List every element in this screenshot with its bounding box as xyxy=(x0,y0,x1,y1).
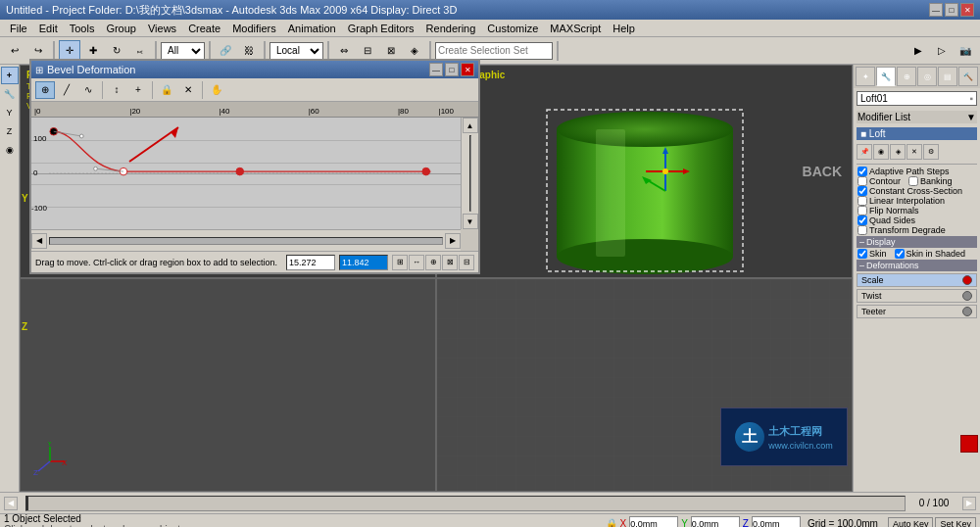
scroll-right-btn[interactable]: ▶ xyxy=(445,233,461,249)
create-tab[interactable]: ✦ xyxy=(856,67,875,86)
bevel-value1-input[interactable] xyxy=(286,255,335,270)
close-button[interactable]: ✕ xyxy=(960,3,974,17)
menu-group[interactable]: Group xyxy=(100,20,142,36)
x-coord-input[interactable] xyxy=(629,516,678,528)
viewport-bottom-left[interactable]: X Y Z xyxy=(20,278,436,492)
display-tab-rp[interactable]: ▤ xyxy=(938,67,957,86)
teeter-deformation-btn[interactable]: Teeter xyxy=(857,305,977,318)
modify-tab[interactable]: 🔧 xyxy=(876,67,896,86)
object-name-color-swatch[interactable]: ▪ xyxy=(969,93,973,104)
bevel-corner-tool[interactable]: ╱ xyxy=(57,81,76,99)
viewport-orthographic[interactable]: Orthographic BACK xyxy=(436,65,853,278)
menu-modifiers[interactable]: Modifiers xyxy=(226,20,282,36)
bevel-value2-input[interactable] xyxy=(339,255,388,270)
timeline-track[interactable] xyxy=(25,496,906,511)
display-tab[interactable]: ◉ xyxy=(1,141,19,159)
constant-cross-section-check[interactable] xyxy=(858,186,867,196)
bevel-move-tool[interactable]: ⊕ xyxy=(35,81,55,99)
motion-tab-rp[interactable]: ◎ xyxy=(917,67,937,86)
scroll-down-btn[interactable]: ▼ xyxy=(463,214,478,229)
named-selection-set-input[interactable] xyxy=(435,42,553,60)
axis-gizmo-bl: X Y Z xyxy=(30,442,70,481)
bevel-fit-icon[interactable]: ⊟ xyxy=(459,255,474,270)
bevel-bezier-tool[interactable]: ∿ xyxy=(78,81,98,99)
bevel-minimize-btn[interactable]: — xyxy=(429,63,443,76)
menu-animation[interactable]: Animation xyxy=(282,20,342,36)
z-coord-input[interactable] xyxy=(752,516,801,528)
menu-tools[interactable]: Tools xyxy=(64,20,101,36)
bevel-snap-icon[interactable]: ⊞ xyxy=(392,255,408,270)
bevel-graph-area[interactable]: |0 |20 |40 |60 |80 |100 100 0 -100 xyxy=(31,102,478,251)
menu-create[interactable]: Create xyxy=(182,20,226,36)
graph-scrollbar-bottom[interactable]: ◀ ▶ xyxy=(31,229,461,251)
twist-deformation-btn[interactable]: Twist xyxy=(857,289,977,303)
motion-tab[interactable]: Z xyxy=(1,122,19,140)
timeline-prev-btn[interactable]: ◀ xyxy=(4,497,18,510)
quad-sides-check[interactable] xyxy=(858,216,867,225)
bevel-insert-point[interactable]: + xyxy=(128,81,148,99)
modifier-list-dropdown[interactable]: Modifier List ▼ xyxy=(857,111,977,123)
camera-button[interactable]: 📷 xyxy=(955,40,976,62)
menu-views[interactable]: Views xyxy=(142,20,182,36)
bevel-lock-tool[interactable]: 🔒 xyxy=(157,81,176,99)
render-scene-button[interactable]: ▶ xyxy=(907,40,929,62)
object-name-field[interactable]: Loft01 ▪ xyxy=(857,91,977,106)
reference-coord-dropdown[interactable]: Local xyxy=(270,42,323,60)
hierarchy-tab-rp[interactable]: ⊕ xyxy=(897,67,916,86)
bevel-scale-tool[interactable]: ↕ xyxy=(107,81,126,99)
scroll-up-btn[interactable]: ▲ xyxy=(463,118,478,133)
menu-maxscript[interactable]: MAXScript xyxy=(544,20,607,36)
adaptive-path-steps-check[interactable] xyxy=(858,167,867,176)
all-dropdown[interactable]: All xyxy=(161,42,205,60)
flip-normals-check[interactable] xyxy=(858,206,867,216)
y-label: Y xyxy=(681,518,688,527)
app-title: Untitled - Project Folder: D:\我的文档\3dsma… xyxy=(6,3,929,18)
transform-degrade-check[interactable] xyxy=(858,225,867,235)
modifier-list-text: Modifier List xyxy=(858,112,910,122)
bevel-pan-tool[interactable]: ✋ xyxy=(207,81,226,99)
skin-check[interactable] xyxy=(858,249,867,259)
bevel-maximize-btn[interactable]: □ xyxy=(445,63,459,76)
banking-check[interactable] xyxy=(908,176,918,186)
bevel-dialog-titlebar[interactable]: ⊞ Bevel Deformation — □ ✕ xyxy=(31,61,478,78)
maximize-button[interactable]: □ xyxy=(945,3,958,17)
modifier-loft[interactable]: ■ Loft xyxy=(857,127,977,140)
contour-check[interactable] xyxy=(858,176,867,186)
red-indicator-square[interactable] xyxy=(960,435,978,453)
bevel-zoom-all-icon[interactable]: ⊠ xyxy=(442,255,458,270)
display-section-title[interactable]: – Display xyxy=(857,236,977,248)
remove-modifier-btn[interactable]: ✕ xyxy=(906,144,922,160)
quick-render-button[interactable]: ▷ xyxy=(931,40,953,62)
auto-key-button[interactable]: Auto Key xyxy=(888,517,934,528)
scroll-left-btn[interactable]: ◀ xyxy=(31,233,47,249)
pin-stack-btn[interactable]: 📌 xyxy=(857,144,872,160)
timeline: ◀ 0 / 100 ▶ xyxy=(0,492,980,513)
show-end-result-btn[interactable]: ◉ xyxy=(873,144,889,160)
scale-deformation-btn[interactable]: Scale xyxy=(857,273,977,287)
menu-file[interactable]: File xyxy=(4,20,33,36)
timeline-next-btn[interactable]: ▶ xyxy=(962,497,976,510)
set-key-button[interactable]: Set Key xyxy=(935,517,976,528)
skin-in-shaded-check[interactable] xyxy=(895,249,905,259)
modify-panel-tab[interactable]: 🔧 xyxy=(1,85,19,103)
y-coord-input[interactable] xyxy=(691,516,740,528)
undo-button[interactable]: ↩ xyxy=(4,40,25,62)
menu-customize[interactable]: Customize xyxy=(481,20,544,36)
graph-scrollbar-right[interactable]: ▲ ▼ xyxy=(461,118,478,229)
linear-interpolation-check[interactable] xyxy=(858,196,867,206)
menu-graph-editors[interactable]: Graph Editors xyxy=(342,20,420,36)
hierarchy-tab[interactable]: Y xyxy=(1,104,19,121)
minimize-button[interactable]: — xyxy=(929,3,943,17)
create-panel-tab[interactable]: + xyxy=(1,67,19,84)
make-unique-btn[interactable]: ◈ xyxy=(890,144,906,160)
bevel-move-icon[interactable]: ↔ xyxy=(409,255,424,270)
menu-help[interactable]: Help xyxy=(607,20,641,36)
bevel-close-btn[interactable]: ✕ xyxy=(461,63,474,76)
configure-btn[interactable]: ⚙ xyxy=(923,144,939,160)
menu-edit[interactable]: Edit xyxy=(33,20,64,36)
bevel-delete-tool[interactable]: ✕ xyxy=(178,81,198,99)
bevel-zoom-icon[interactable]: ⊕ xyxy=(425,255,441,270)
deformations-section-title[interactable]: – Deformations xyxy=(857,260,977,271)
utilities-tab[interactable]: 🔨 xyxy=(958,67,978,86)
menu-rendering[interactable]: Rendering xyxy=(420,20,482,36)
